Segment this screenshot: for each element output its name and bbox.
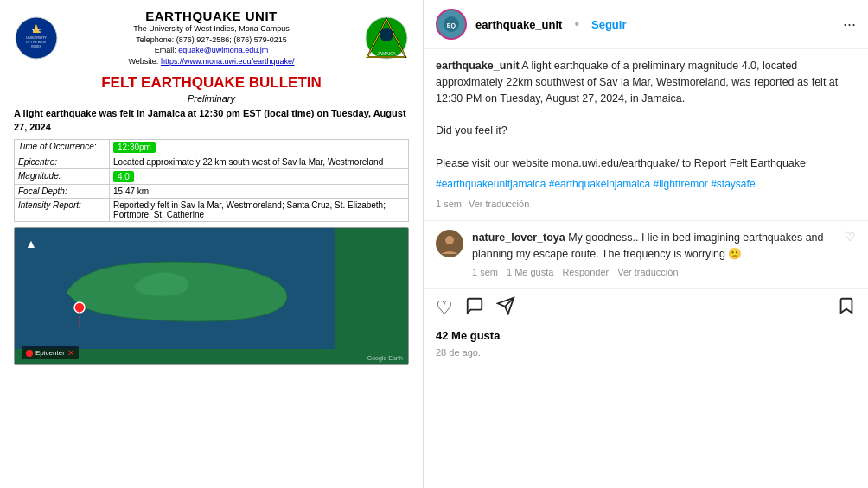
- comment-item: nature_lover_toya My goodness.. I lie in…: [424, 221, 868, 289]
- epicenter-label: Epicenter ✕: [22, 346, 79, 359]
- epicentre-label: Epicentre:: [15, 155, 110, 169]
- time-badge: 12:30pm: [113, 142, 156, 153]
- svg-text:JAMAICA: JAMAICA: [377, 51, 396, 56]
- comment-reply[interactable]: Responder: [562, 265, 609, 280]
- svg-text:EQ: EQ: [447, 22, 456, 29]
- email-line: Email: equake@uwimona.edu.jm: [59, 45, 364, 56]
- comment-icon[interactable]: [465, 296, 484, 320]
- magnitude-label: Magnitude:: [15, 169, 110, 185]
- follow-button[interactable]: Seguir: [591, 18, 626, 31]
- bulletin-header: THE UNIVERSITY OF THE WEST INDIES EARTHQ…: [14, 9, 409, 67]
- ig-post-header: EQ earthquake_unit • Seguir ···: [424, 0, 868, 49]
- university-name: The University of West Indies, Mona Camp…: [59, 23, 364, 35]
- email-label: Email:: [155, 46, 176, 54]
- telephone: Telephone: (876) 927-2586; (876) 579-021…: [59, 35, 364, 46]
- institution-info: EARTHQUAKE UNIT The University of West I…: [59, 9, 364, 67]
- uwi-logo: THE UNIVERSITY OF THE WEST INDIES: [14, 16, 59, 60]
- caption-time: 1 sem: [436, 197, 462, 212]
- svg-point-18: [445, 236, 454, 244]
- website-link[interactable]: https://www.mona.uwi.edu/earthquake/: [161, 57, 295, 66]
- caption-translate[interactable]: Ver traducción: [469, 197, 529, 212]
- bookmark-icon[interactable]: [837, 296, 856, 320]
- like-icon[interactable]: ♡: [436, 297, 453, 320]
- intensity-label: Intensity Report:: [15, 199, 110, 222]
- bulletin-data-table: Time of Occurrence: 12:30pm Epicentre: L…: [14, 139, 409, 222]
- ig-action-bar: ♡: [424, 289, 868, 327]
- bulletin-description: A light earthquake was felt in Jamaica a…: [14, 107, 409, 134]
- caption-cta: Please visit our website mona.uwi.edu/ea…: [436, 157, 806, 169]
- caption-hashtags: #earthquakeunitjamaica #earthquakeinjama…: [436, 176, 856, 192]
- epicenter-text: Epicenter: [35, 349, 65, 357]
- comment-meta: 1 sem 1 Me gusta Responder Ver traducció…: [472, 265, 836, 280]
- epicenter-cross: ✕: [67, 348, 74, 358]
- caption-meta: 1 sem Ver traducción: [436, 197, 856, 212]
- poster-username: earthquake_unit: [475, 18, 562, 31]
- poster-avatar: EQ: [436, 9, 467, 40]
- institution-name: EARTHQUAKE UNIT: [59, 9, 364, 23]
- table-row-epicentre: Epicentre: Located approximately 22 km s…: [15, 155, 409, 169]
- jamaica-logo: JAMAICA: [364, 16, 409, 60]
- map-north-arrow: ▲: [25, 237, 37, 250]
- epicentre-value: Located approximately 22 km south west o…: [110, 155, 409, 169]
- likes-count: 42 Me gusta: [424, 327, 868, 345]
- bulletin-subtitle: Preliminary: [14, 93, 409, 104]
- google-earth-label: Google Earth: [367, 355, 403, 361]
- comment-time: 1 sem: [472, 265, 498, 280]
- epicenter-marker: [26, 350, 33, 357]
- time-label: Time of Occurrence:: [15, 140, 110, 155]
- ig-caption: earthquake_unit A light earthquake of a …: [424, 49, 868, 221]
- svg-text:OF THE WEST: OF THE WEST: [26, 41, 48, 44]
- commenter-avatar: [436, 230, 463, 257]
- bulletin-title: FELT EARTHQUAKE BULLETIN: [14, 74, 409, 92]
- comment-translate[interactable]: Ver traducción: [617, 265, 678, 280]
- comment-heart-icon[interactable]: ♡: [845, 230, 856, 244]
- caption-question: Did you feel it?: [436, 124, 507, 136]
- depth-value: 15.47 km: [110, 185, 409, 199]
- more-options-icon[interactable]: ···: [843, 16, 856, 34]
- separator-dot: •: [574, 16, 579, 32]
- post-date: 28 de ago.: [424, 345, 868, 364]
- magnitude-badge: 4.0: [113, 171, 134, 182]
- intensity-value: Reportedly felt in Sav la Mar, Westmorel…: [110, 199, 409, 222]
- table-row-magnitude: Magnitude: 4.0: [15, 169, 409, 185]
- time-value: 12:30pm: [110, 140, 409, 155]
- email-link[interactable]: equake@uwimona.edu.jm: [178, 46, 268, 54]
- earthquake-map: ▲ Epicenter ✕ Google Earth: [14, 227, 409, 365]
- svg-point-9: [380, 28, 393, 41]
- caption-username: earthquake_unit: [436, 60, 520, 72]
- depth-label: Focal Depth:: [15, 185, 110, 199]
- share-icon[interactable]: [496, 296, 515, 320]
- table-row-time: Time of Occurrence: 12:30pm: [15, 140, 409, 155]
- magnitude-value: 4.0: [110, 169, 409, 185]
- svg-text:INDIES: INDIES: [31, 45, 41, 48]
- table-row-intensity: Intensity Report: Reportedly felt in Sav…: [15, 199, 409, 222]
- comment-likes[interactable]: 1 Me gusta: [507, 265, 553, 280]
- jamaica-island-svg: [15, 228, 335, 349]
- comment-body: nature_lover_toya My goodness.. I lie in…: [472, 230, 836, 280]
- commenter-username: nature_lover_toya: [472, 231, 565, 244]
- instagram-panel: EQ earthquake_unit • Seguir ··· earthqua…: [424, 0, 868, 488]
- svg-text:UNIVERSITY: UNIVERSITY: [26, 35, 47, 40]
- website-line: Website: https://www.mona.uwi.edu/earthq…: [59, 56, 364, 67]
- website-label: Website:: [129, 57, 159, 66]
- table-row-depth: Focal Depth: 15.47 km: [15, 185, 409, 199]
- bulletin-panel: THE UNIVERSITY OF THE WEST INDIES EARTHQ…: [0, 0, 424, 488]
